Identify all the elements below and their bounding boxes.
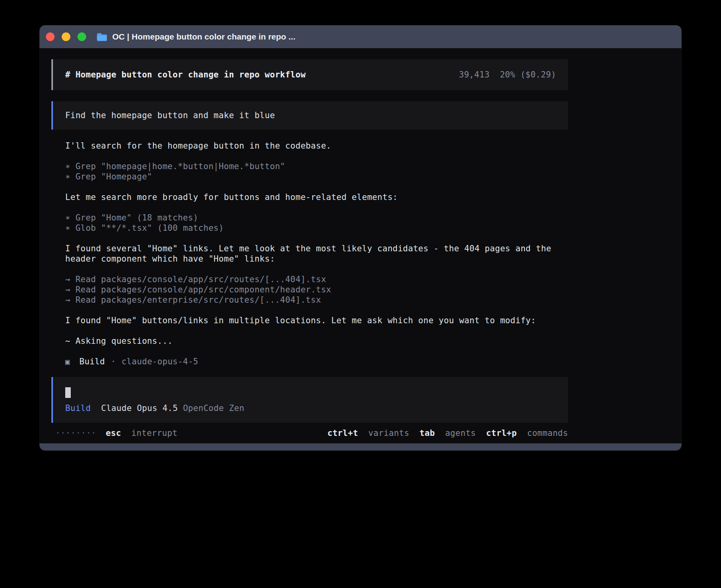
esc-key: esc (106, 428, 121, 438)
agent-model-separator: · (111, 356, 116, 367)
tool-call-grep: ∗ Grep "Home" (18 matches) (65, 213, 568, 223)
agent-mode-label: Build (65, 403, 91, 413)
folder-icon (96, 32, 107, 41)
asking-questions-status: ~ Asking questions... (65, 336, 568, 346)
tool-call-read: → Read packages/console/app/src/componen… (65, 285, 568, 295)
agent-model: claude-opus-4-5 (121, 356, 198, 367)
commands-label: commands (527, 428, 568, 438)
zoom-window-button[interactable] (77, 32, 86, 41)
tool-call-grep: ∗ Grep "homepage|home.*button|Home.*butt… (65, 161, 568, 172)
hint-variants: ctrl+t variants (327, 428, 409, 438)
hint-commands: ctrl+p commands (486, 428, 568, 438)
agent-icon: ▣ (65, 356, 70, 367)
window-bottom-chrome (40, 443, 681, 450)
assistant-message: Let me search more broadly for buttons a… (65, 192, 568, 202)
close-window-button[interactable] (46, 32, 55, 41)
session-stats: 39,413 20% ($0.29) (459, 70, 556, 79)
user-message: Find the homepage button and make it blu… (51, 101, 568, 130)
session-title: # Homepage button color change in repo w… (65, 70, 306, 79)
assistant-message: I found "Home" buttons/links in multiple… (65, 315, 568, 326)
assistant-message: I'll search for the homepage button in t… (65, 141, 568, 151)
session-header: # Homepage button color change in repo w… (51, 59, 568, 90)
tool-call-read: → Read packages/enterprise/src/routes/[.… (65, 295, 568, 305)
assistant-message: I found several "Home" links. Let me loo… (65, 243, 568, 264)
token-count: 39,413 (459, 70, 490, 79)
tool-call-grep: ∗ Grep "Homepage" (65, 172, 568, 182)
tool-call-read: → Read packages/console/app/src/routes/[… (65, 274, 568, 285)
context-cost: 20% ($0.29) (500, 70, 556, 79)
tab-key: tab (419, 428, 435, 438)
prompt-input[interactable]: Build Claude Opus 4.5 OpenCode Zen (51, 377, 568, 423)
ctrl-p-key: ctrl+p (486, 428, 517, 438)
terminal-content: # Homepage button color change in repo w… (40, 48, 681, 443)
esc-label: interrupt (131, 428, 177, 438)
ctrl-t-key: ctrl+t (327, 428, 358, 438)
spinner-dots: ········ (55, 428, 96, 438)
window-titlebar[interactable]: OC | Homepage button color change in rep… (40, 25, 681, 48)
traffic-lights (46, 32, 86, 41)
agent-status-line: ▣ Build · claude-opus-4-5 (65, 356, 568, 367)
assistant-transcript: I'll search for the homepage button in t… (51, 141, 568, 367)
hint-agents: tab agents (419, 428, 476, 438)
agent-name: Build (79, 356, 105, 367)
variants-label: variants (368, 428, 410, 438)
agents-label: agents (445, 428, 476, 438)
provider-label: OpenCode Zen (183, 403, 244, 413)
text-cursor (65, 387, 71, 398)
tool-call-glob: ∗ Glob "**/*.tsx" (100 matches) (65, 223, 568, 233)
model-name-label: Claude Opus 4.5 (101, 403, 178, 413)
terminal-window: OC | Homepage button color change in rep… (40, 25, 681, 450)
window-title: OC | Homepage button color change in rep… (112, 32, 295, 41)
minimize-window-button[interactable] (62, 32, 70, 41)
status-bar: ········ esc interrupt ctrl+t variants t… (51, 428, 568, 438)
user-message-text: Find the homepage button and make it blu… (65, 111, 275, 120)
hint-interrupt: esc interrupt (106, 428, 177, 438)
input-model-line: Build Claude Opus 4.5 OpenCode Zen (65, 403, 557, 413)
